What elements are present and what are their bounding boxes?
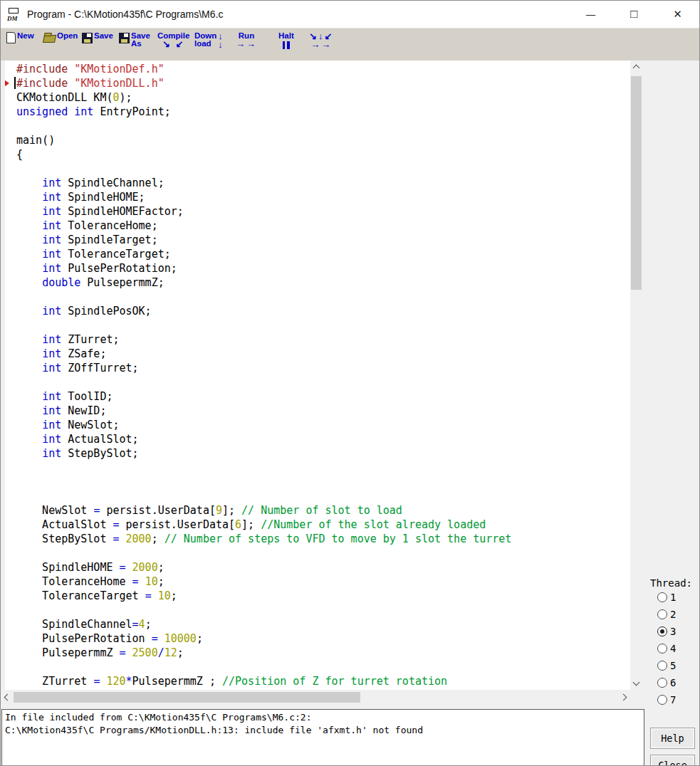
code-line: int SpindleTarget; (16, 233, 630, 247)
code-line: int SpindleHOMEFactor; (16, 204, 630, 219)
app-icon: DM (7, 7, 21, 21)
code-line: int StepBySlot; (16, 446, 630, 461)
code-line: ActualSlot = persist.UserData[6]; //Numb… (16, 518, 630, 532)
arrows-icon: →→ (310, 41, 332, 49)
title-bar: DM Program - C:\KMotion435f\C Programs\M… (1, 1, 699, 28)
floppy-icon (82, 33, 93, 43)
code-line: CKMotionDLL KM(0); (16, 90, 630, 105)
vertical-scroll-thumb[interactable] (631, 76, 642, 290)
scroll-left-icon[interactable] (4, 694, 11, 701)
program-editor-window: DM Program - C:\KMotion435f\C Programs\M… (0, 0, 700, 766)
scroll-right-icon[interactable] (620, 694, 627, 701)
thread-radio-7[interactable]: 7 (645, 691, 699, 708)
open-label: Open (57, 32, 78, 40)
toolbar: NewOpenSaveSaveAsCompile↘ ↙Download↓↓Run… (1, 28, 699, 61)
code-line: double PulsepermmZ; (16, 276, 630, 290)
thread-radio-label: 5 (670, 660, 676, 671)
arrows-icon: ↘ ↙ (162, 40, 184, 48)
code-line: int ToolID; (16, 389, 630, 404)
save-label: Save (94, 32, 113, 40)
code-line: ZTurret = 120*PulsepermmZ ; //Position o… (16, 674, 630, 688)
compile-download-run-button[interactable]: ↘↓↙→→ (309, 32, 333, 49)
code-line: int SpindlePosOK; (16, 304, 630, 318)
code-line: SpindleChannel=4; (16, 617, 630, 631)
code-line (16, 489, 630, 503)
maximize-button[interactable]: □ (612, 1, 656, 28)
compiler-output-console: In file included from C:\KMotion435f\C P… (1, 709, 644, 766)
thread-radio-4[interactable]: 4 (645, 640, 699, 657)
arrows-icon: →→ (236, 40, 257, 48)
console-line: In file included from C:\KMotion435f\C P… (5, 711, 641, 724)
code-line (16, 318, 630, 332)
thread-radio-3[interactable]: 3 (645, 623, 699, 640)
code-line: int ZTurret; (16, 332, 630, 347)
code-line: #include "KMotionDLL.h" (16, 76, 630, 90)
code-line (16, 162, 630, 176)
close-button[interactable]: Close (650, 755, 695, 766)
close-window-button[interactable]: ✕ (656, 1, 699, 28)
code-line (16, 603, 630, 617)
code-line (16, 475, 630, 489)
code-line: PulsePerRotation = 10000; (16, 631, 630, 646)
new-button[interactable]: New (6, 32, 34, 43)
code-line: int PulsePerRotation; (16, 261, 630, 276)
code-line (16, 461, 630, 475)
console-line: C:\KMotion435f\C Programs/KMotionDLL.h:1… (5, 724, 641, 737)
radio-icon (657, 695, 667, 705)
code-line: int ToleranceTarget; (16, 247, 630, 261)
scroll-down-icon[interactable] (633, 679, 640, 686)
code-line (16, 290, 630, 304)
thread-radio-group: 1234567 (645, 589, 699, 708)
thread-radio-2[interactable]: 2 (645, 606, 699, 623)
horizontal-scrollbar[interactable] (1, 691, 630, 703)
vertical-scrollbar[interactable] (630, 61, 642, 690)
thread-radio-5[interactable]: 5 (645, 657, 699, 674)
thread-radio-label: 7 (670, 694, 676, 705)
compile-button[interactable]: Compile↘ ↙ (157, 32, 189, 48)
horizontal-scroll-thumb[interactable] (14, 692, 360, 703)
current-line-marker-icon (5, 78, 9, 88)
radio-icon (657, 644, 667, 654)
halt-label: Halt (278, 32, 294, 40)
radio-icon (657, 678, 667, 688)
halt-button[interactable]: Halt (278, 32, 294, 49)
floppy-icon (119, 33, 130, 43)
save-as-button[interactable]: SaveAs (119, 32, 150, 48)
code-line: #include "KMotionDef.h" (16, 62, 630, 76)
window-title: Program - C:\KMotion435f\C Programs\M6.c (27, 9, 223, 20)
code-line (16, 375, 630, 389)
minimize-button[interactable]: — (569, 1, 612, 28)
thread-radio-1[interactable]: 1 (645, 589, 699, 606)
code-editor[interactable]: #include "KMotionDef.h"#include "KMotion… (5, 61, 630, 690)
code-line: SpindleHOME = 2000; (16, 560, 630, 574)
run-button[interactable]: Run→→ (236, 32, 257, 48)
download-button[interactable]: Download↓↓ (194, 32, 223, 49)
code-line: int ZSafe; (16, 347, 630, 361)
download-label: Download (194, 32, 216, 48)
code-line: int ActualSlot; (16, 432, 630, 446)
thread-radio-label: 4 (670, 643, 676, 654)
radio-icon (657, 661, 667, 671)
code-line: int ZOffTurret; (16, 361, 630, 375)
pause-icon (283, 41, 290, 49)
thread-label: Thread: (645, 577, 699, 589)
help-button[interactable]: Help (650, 728, 695, 749)
thread-radio-label: 6 (670, 677, 676, 688)
folder-icon (43, 35, 56, 43)
code-line: int SpindleChannel; (16, 176, 630, 190)
save-as-label: SaveAs (131, 32, 150, 48)
code-line: int NewID; (16, 404, 630, 418)
radio-icon (657, 626, 667, 636)
scroll-up-icon[interactable] (633, 65, 640, 72)
code-line: NewSlot = persist.UserData[9]; // Number… (16, 503, 630, 518)
thread-panel: Thread: 1234567 (645, 577, 699, 708)
code-line: main() (16, 133, 630, 147)
thread-radio-6[interactable]: 6 (645, 674, 699, 691)
code-line: { (16, 147, 630, 162)
open-button[interactable]: Open (43, 32, 78, 43)
code-line: int NewSlot; (16, 418, 630, 432)
code-line (16, 546, 630, 560)
save-button[interactable]: Save (82, 32, 113, 43)
code-line: StepBySlot = 2000; // Number of steps to… (16, 532, 630, 546)
code-line: PulsepermmZ = 2500/12; (16, 646, 630, 660)
